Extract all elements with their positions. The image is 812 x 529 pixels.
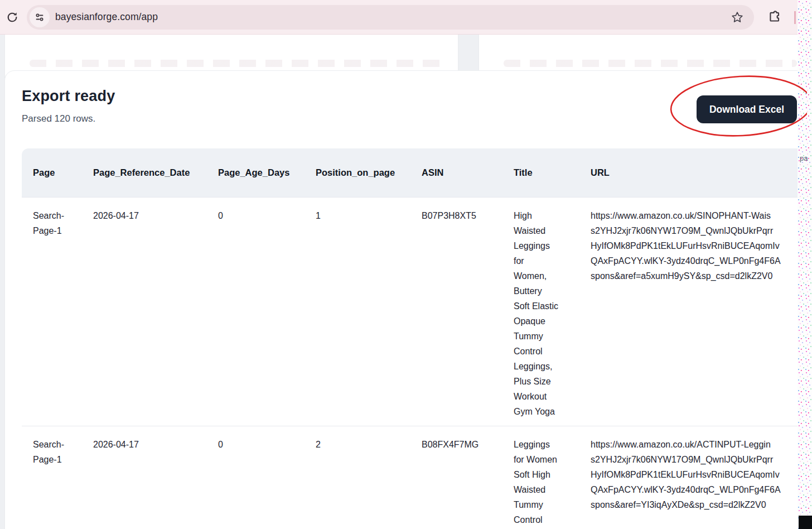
tune-icon	[34, 12, 45, 23]
cell-page-reference-date: 2026-04-17	[82, 426, 207, 529]
reload-icon	[6, 11, 18, 23]
column-header-page-age-days: Page_Age_Days	[207, 148, 304, 197]
browser-toolbar: bayesianforge.com/app	[0, 0, 812, 35]
column-header-position-on-page: Position_on_page	[304, 148, 410, 197]
table-row: Search-Page-12026-04-1702B08FX4F7MGLeggi…	[22, 426, 812, 529]
faded-content-placeholder	[30, 60, 442, 67]
table-row: Search-Page-12026-04-1701B07P3H8XT5HighW…	[22, 197, 812, 426]
bookmark-star-icon	[731, 11, 744, 24]
bookmark-button[interactable]	[731, 11, 744, 24]
panel-title: Export ready	[22, 88, 797, 105]
results-table: Page Page_Reference_Date Page_Age_Days P…	[22, 148, 812, 529]
chrome-divider-artifact	[794, 11, 796, 24]
cell-title: Leggingsfor WomenSoft HighWaistedTummyCo…	[502, 426, 579, 529]
column-header-url: URL	[579, 148, 812, 197]
table-body: Search-Page-12026-04-1701B07P3H8XT5HighW…	[22, 197, 812, 529]
column-header-asin: ASIN	[410, 148, 502, 197]
cell-url: https://www.amazon.co.uk/ACTINPUT-Leggin…	[579, 426, 812, 529]
cell-url: https://www.amazon.co.uk/SINOPHANT-Waiss…	[579, 197, 812, 426]
screenshot-noise-artifact	[798, 0, 812, 529]
faded-content-placeholder	[504, 60, 797, 67]
cell-position-on-page: 1	[304, 197, 410, 426]
cell-asin: B08FX4F7MG	[410, 426, 502, 529]
cell-page: Search-Page-1	[22, 197, 82, 426]
column-header-page: Page	[22, 148, 82, 197]
column-header-title: Title	[502, 148, 579, 197]
column-header-page-reference-date: Page_Reference_Date	[82, 148, 207, 197]
black-corner-artifact	[799, 516, 812, 529]
reload-button[interactable]	[2, 7, 22, 27]
extensions-button[interactable]	[767, 10, 782, 25]
cell-title: HighWaistedLeggingsforWomen,ButterySoft …	[502, 197, 579, 426]
cell-page-age-days: 0	[207, 197, 304, 426]
export-panel: Export ready Parsed 120 rows. Download E…	[4, 70, 812, 529]
cell-page-reference-date: 2026-04-17	[82, 197, 207, 426]
page-body: Export ready Parsed 120 rows. Download E…	[0, 35, 812, 529]
cell-asin: B07P3H8XT5	[410, 197, 502, 426]
cell-page: Search-Page-1	[22, 426, 82, 529]
results-table-wrap: Page Page_Reference_Date Page_Age_Days P…	[22, 148, 812, 529]
site-settings-button[interactable]	[30, 7, 50, 27]
address-bar[interactable]: bayesianforge.com/app	[27, 5, 754, 30]
download-excel-button[interactable]: Download Excel	[697, 95, 797, 123]
glitch-text-artifact: pa	[800, 154, 808, 162]
panel-subtitle: Parsed 120 rows.	[22, 113, 797, 124]
cell-page-age-days: 0	[207, 426, 304, 529]
cell-position-on-page: 2	[304, 426, 410, 529]
table-header: Page Page_Reference_Date Page_Age_Days P…	[22, 148, 812, 197]
url-text[interactable]: bayesianforge.com/app	[55, 11, 754, 23]
export-panel-header: Export ready Parsed 120 rows.	[22, 88, 797, 124]
extensions-icon	[767, 10, 782, 25]
